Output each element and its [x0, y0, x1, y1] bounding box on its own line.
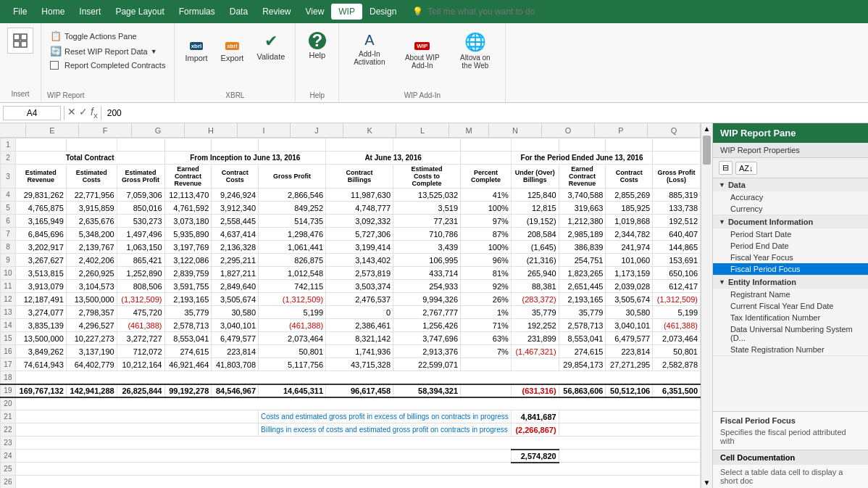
cell[interactable]: 22,771,956: [66, 189, 117, 202]
cell-billings-excess-value[interactable]: (2,266,867): [511, 423, 559, 437]
cell[interactable]: [559, 450, 700, 463]
cell[interactable]: 41%: [461, 189, 512, 202]
menu-home[interactable]: Home: [34, 4, 72, 20]
cell[interactable]: 2,985,189: [559, 228, 606, 241]
cell[interactable]: 50,512,106: [606, 384, 653, 397]
cell-final-total[interactable]: 2,574,820: [511, 450, 559, 463]
cell[interactable]: 2,767,777: [393, 306, 461, 319]
cell[interactable]: [15, 138, 66, 152]
cell[interactable]: 2,073,464: [259, 332, 326, 345]
tree-item-tax-id[interactable]: Tax Identification Number: [713, 312, 868, 323]
cell[interactable]: 5,935,890: [164, 228, 212, 241]
menu-page-layout[interactable]: Page Layout: [108, 4, 171, 20]
cell[interactable]: [15, 371, 700, 384]
col-header-p[interactable]: P: [595, 123, 648, 137]
cell[interactable]: 2,798,357: [66, 306, 117, 319]
scroll-down-btn[interactable]: ▼: [701, 477, 712, 488]
cell[interactable]: 2,866,546: [259, 189, 326, 202]
cell[interactable]: [164, 138, 212, 152]
cell[interactable]: 3,912,340: [212, 202, 259, 215]
cell[interactable]: 3,274,077: [15, 306, 66, 319]
cell[interactable]: [15, 463, 700, 476]
cell[interactable]: [212, 138, 259, 152]
help-btn[interactable]: ? Help: [303, 29, 332, 62]
cell[interactable]: 231,899: [511, 332, 559, 345]
cell[interactable]: 1,741,936: [326, 345, 393, 358]
cell[interactable]: [461, 138, 512, 152]
cell[interactable]: 2,139,767: [66, 241, 117, 254]
tell-me-input[interactable]: [427, 7, 536, 17]
cell[interactable]: 3,915,859: [66, 202, 117, 215]
cell[interactable]: 30,580: [212, 306, 259, 319]
cell[interactable]: 9,246,924: [212, 189, 259, 202]
cell[interactable]: [461, 384, 512, 397]
cell[interactable]: 223,814: [606, 345, 653, 358]
cell[interactable]: 13,500,000: [15, 332, 66, 345]
reset-wip-btn[interactable]: 🔄 Reset WIP Report Data ▼: [47, 44, 160, 58]
cell[interactable]: 22,599,071: [393, 358, 461, 371]
cell[interactable]: 712,072: [117, 345, 164, 358]
cell[interactable]: 81%: [461, 267, 512, 280]
cell[interactable]: 2,855,269: [606, 189, 653, 202]
cell[interactable]: 2,578,713: [164, 319, 212, 332]
cell[interactable]: 241,974: [606, 241, 653, 254]
cell[interactable]: 3,835,139: [15, 319, 66, 332]
cell[interactable]: 153,691: [653, 254, 701, 267]
cell[interactable]: [15, 437, 700, 450]
cell[interactable]: 12,113,470: [164, 189, 212, 202]
menu-insert[interactable]: Insert: [72, 4, 108, 20]
cell[interactable]: 4,748,777: [326, 202, 393, 215]
cell[interactable]: 77,231: [393, 215, 461, 228]
cell[interactable]: 3,122,086: [164, 254, 212, 267]
cell[interactable]: 208,584: [511, 228, 559, 241]
cell[interactable]: (631,316): [511, 384, 559, 397]
cell[interactable]: 10,227,273: [66, 332, 117, 345]
cell[interactable]: 849,252: [259, 202, 326, 215]
cell[interactable]: 265,940: [511, 267, 559, 280]
cell[interactable]: 1,256,426: [393, 319, 461, 332]
cell[interactable]: (21,316): [511, 254, 559, 267]
col-header-m[interactable]: M: [449, 123, 489, 137]
cell[interactable]: 3,505,674: [212, 293, 259, 306]
cell[interactable]: 274,615: [559, 345, 606, 358]
cell[interactable]: 14,645,311: [259, 384, 326, 397]
tree-item-duns[interactable]: Data Universal Numbering System (D...: [713, 323, 868, 344]
cell[interactable]: 6,479,577: [212, 332, 259, 345]
cell[interactable]: 7%: [461, 345, 512, 358]
cell[interactable]: 6,845,696: [15, 228, 66, 241]
cell[interactable]: 808,506: [117, 280, 164, 293]
cell[interactable]: 3,849,262: [15, 345, 66, 358]
toggle-actions-pane-btn[interactable]: 📋 Toggle Actions Pane: [47, 29, 140, 43]
cell[interactable]: [393, 138, 461, 152]
cell[interactable]: 1,173,159: [606, 267, 653, 280]
cell[interactable]: 640,407: [653, 228, 701, 241]
cell[interactable]: 4,296,527: [66, 319, 117, 332]
cell[interactable]: 865,421: [117, 254, 164, 267]
addin-activation-btn[interactable]: A Add-In Activation: [345, 29, 393, 69]
cell[interactable]: 71%: [461, 319, 512, 332]
cell[interactable]: 650,106: [653, 267, 701, 280]
cell[interactable]: 88,381: [511, 280, 559, 293]
cell[interactable]: 3,199,414: [326, 241, 393, 254]
cell[interactable]: 2,913,376: [393, 345, 461, 358]
cell[interactable]: 3,513,815: [15, 267, 66, 280]
cell[interactable]: 514,735: [259, 215, 326, 228]
confirm-formula-icon[interactable]: ✓: [79, 106, 88, 120]
cell[interactable]: 185,925: [606, 202, 653, 215]
cell[interactable]: 96,617,458: [326, 384, 393, 397]
cell[interactable]: 850,016: [117, 202, 164, 215]
cell[interactable]: 169,767,132: [15, 384, 66, 397]
cell[interactable]: 6,351,500: [653, 384, 701, 397]
col-header-l[interactable]: L: [396, 123, 449, 137]
cell[interactable]: 3,740,588: [559, 189, 606, 202]
cell[interactable]: 6,479,577: [606, 332, 653, 345]
cell[interactable]: 4,637,414: [212, 228, 259, 241]
cell[interactable]: 100%: [461, 202, 512, 215]
cell[interactable]: (461,388): [653, 319, 701, 332]
cell[interactable]: 5,727,306: [326, 228, 393, 241]
cell[interactable]: 133,738: [653, 202, 701, 215]
cell[interactable]: 1,497,496: [117, 228, 164, 241]
cell[interactable]: 12,187,491: [15, 293, 66, 306]
pane-sort-btn[interactable]: ⊟: [719, 161, 733, 175]
cell[interactable]: 5,117,756: [259, 358, 326, 371]
